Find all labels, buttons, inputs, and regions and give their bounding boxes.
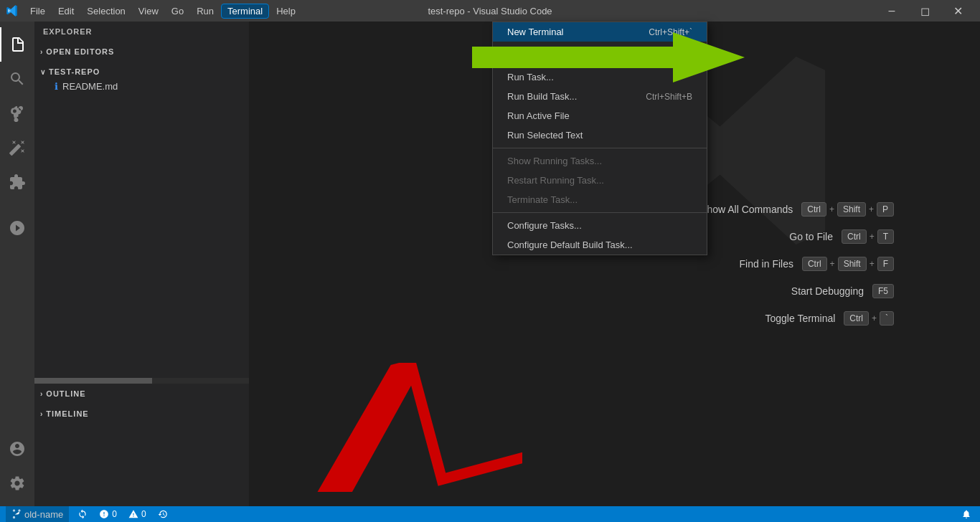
activity-account[interactable] — [0, 432, 34, 466]
timeline-header[interactable]: › Timeline — [34, 407, 249, 421]
vscode-logo-icon — [6, 4, 19, 17]
activity-source-control[interactable] — [0, 96, 34, 130]
key-t: T — [877, 229, 894, 244]
menu-go[interactable]: Go — [166, 4, 189, 18]
plus-icon6: + — [872, 313, 877, 323]
titlebar-left: File Edit Selection View Go Run Terminal… — [6, 4, 301, 19]
readme-filename: README.md — [62, 81, 118, 92]
run-selected-text-label: Run Selected Text — [507, 130, 583, 141]
plus-icon4: + — [830, 259, 835, 269]
plus-icon2: + — [869, 204, 874, 214]
activity-bottom — [0, 432, 34, 506]
run-active-file-label: Run Active File — [507, 110, 570, 121]
activity-remote[interactable] — [0, 211, 34, 245]
branch-icon — [11, 509, 22, 519]
timeline-section: › Timeline — [34, 404, 249, 424]
shortcut-debug-label: Start Debugging — [720, 285, 864, 297]
run-build-task-shortcut: Ctrl+Shift+B — [646, 92, 692, 102]
separator-3 — [493, 212, 707, 213]
titlebar-title: test-repo - Visual Studio Code — [428, 6, 552, 16]
maximize-button[interactable]: ◻ — [908, 0, 941, 22]
menu-view[interactable]: View — [133, 4, 164, 18]
titlebar-controls: – ◻ ✕ — [875, 0, 974, 22]
test-repo-label: TEST-REPO — [49, 67, 100, 76]
remote-icon — [9, 219, 26, 237]
menu-file[interactable]: File — [24, 4, 51, 18]
timeline-label: Timeline — [46, 409, 88, 418]
shortcut-debug: Start Debugging F5 — [720, 284, 894, 298]
key-shift2: Shift — [838, 257, 867, 271]
activity-search[interactable] — [0, 62, 34, 96]
statusbar-sync[interactable] — [75, 509, 90, 519]
statusbar-warnings[interactable]: 0 — [126, 509, 149, 519]
green-arrow — [472, 29, 745, 86]
warning-icon — [128, 509, 138, 519]
test-repo-header[interactable]: ∨ TEST-REPO — [34, 65, 249, 79]
info-icon: ℹ — [55, 81, 58, 92]
outline-chevron-icon: › — [40, 390, 43, 398]
statusbar-branch[interactable]: old-name — [6, 506, 69, 522]
history-icon — [158, 509, 168, 519]
statusbar-errors[interactable]: 0 — [96, 509, 120, 519]
menu-run[interactable]: Run — [191, 4, 220, 18]
menu-item-run-build-task[interactable]: Run Build Task... Ctrl+Shift+B — [493, 87, 707, 106]
menu-item-run-selected-text[interactable]: Run Selected Text — [493, 125, 707, 145]
editor-area: Show All Commands Ctrl + Shift + P Go to… — [250, 22, 980, 506]
menu-item-configure-tasks[interactable]: Configure Tasks... — [493, 216, 707, 235]
configure-tasks-label: Configure Tasks... — [507, 220, 582, 231]
error-icon — [99, 509, 109, 519]
menu-terminal[interactable]: Terminal — [221, 4, 269, 19]
menu-item-run-active-file[interactable]: Run Active File — [493, 106, 707, 125]
menu-edit[interactable]: Edit — [52, 4, 80, 18]
menu-selection[interactable]: Selection — [81, 4, 131, 18]
key-ctrl4: Ctrl — [844, 311, 869, 326]
close-button[interactable]: ✕ — [941, 0, 974, 22]
activity-run[interactable] — [0, 130, 34, 165]
statusbar-bell[interactable] — [958, 509, 974, 519]
source-control-icon — [9, 105, 26, 122]
shortcut-toggle-terminal-keys: Ctrl + ` — [844, 311, 894, 326]
restart-running-task-label: Restart Running Task... — [507, 175, 604, 186]
bell-icon — [961, 509, 971, 519]
key-p: P — [877, 202, 894, 217]
open-editors-label: Open Editors — [46, 47, 114, 56]
outline-section: › Outline — [34, 384, 249, 404]
branch-name: old-name — [24, 509, 63, 520]
statusbar-right — [958, 509, 974, 519]
warning-count: 0 — [141, 509, 146, 519]
menu-item-configure-default-build-task[interactable]: Configure Default Build Task... — [493, 235, 707, 255]
settings-icon — [9, 475, 26, 492]
error-count: 0 — [112, 509, 117, 519]
menu-help[interactable]: Help — [270, 4, 301, 18]
shortcut-toggle-terminal-label: Toggle Terminal — [692, 313, 835, 324]
activity-extensions[interactable] — [0, 165, 34, 199]
key-backtick: ` — [880, 311, 894, 326]
timeline-chevron-icon: › — [40, 410, 43, 418]
statusbar-history[interactable] — [155, 509, 171, 519]
menu-item-terminate-task: Terminate Task... — [493, 190, 707, 209]
minimize-button[interactable]: – — [875, 0, 908, 22]
key-ctrl3: Ctrl — [802, 257, 827, 271]
run-build-task-label: Run Build Task... — [507, 91, 577, 102]
activity-explorer[interactable] — [0, 27, 34, 62]
show-running-tasks-label: Show Running Tasks... — [507, 156, 602, 166]
shortcut-find-files-label: Find in Files — [650, 258, 793, 270]
outline-header[interactable]: › Outline — [34, 386, 249, 401]
activity-settings[interactable] — [0, 466, 34, 500]
open-editors-header[interactable]: › Open Editors — [34, 44, 249, 59]
open-editors-section: › Open Editors — [34, 42, 249, 62]
shortcut-toggle-terminal: Toggle Terminal Ctrl + ` — [692, 311, 894, 326]
sync-icon — [77, 509, 88, 519]
sidebar-scrollbar[interactable] — [34, 378, 249, 384]
sidebar: Explorer › Open Editors ∨ TEST-REPO ℹ RE… — [34, 22, 250, 506]
plus-icon3: + — [870, 232, 875, 242]
outline-label: Outline — [46, 389, 85, 398]
svg-marker-0 — [472, 32, 745, 82]
shortcut-find-files: Find in Files Ctrl + Shift + F — [650, 257, 894, 271]
titlebar: File Edit Selection View Go Run Terminal… — [0, 0, 980, 22]
readme-file[interactable]: ℹ README.md — [34, 79, 249, 94]
menu-item-show-running-tasks: Show Running Tasks... — [493, 151, 707, 171]
key-f: F — [877, 257, 894, 271]
shortcut-find-files-keys: Ctrl + Shift + F — [802, 257, 894, 271]
account-icon — [9, 440, 26, 457]
